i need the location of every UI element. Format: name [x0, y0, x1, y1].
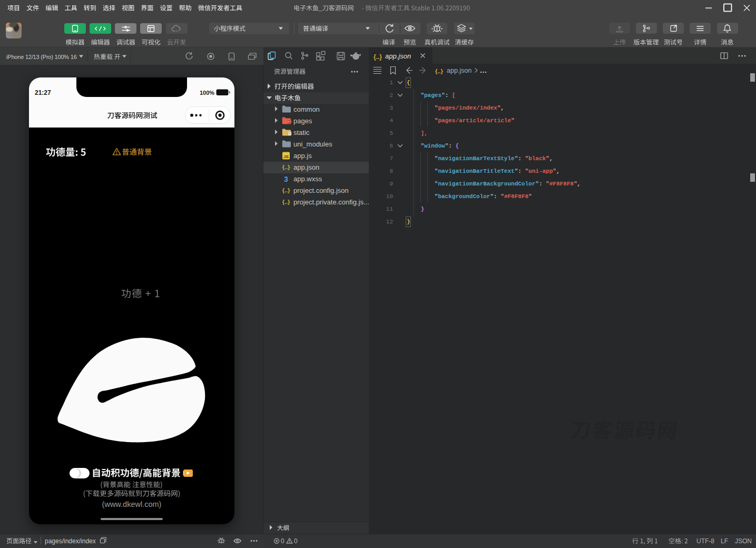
svg-text:{..}: {..} [282, 164, 290, 170]
svg-text:{..}: {..} [282, 187, 290, 193]
svg-text:{..}: {..} [435, 68, 443, 74]
svg-text:{..}: {..} [374, 53, 382, 61]
svg-text:{..}: {..} [282, 199, 290, 205]
svg-text:JS: JS [283, 154, 289, 159]
svg-text:3: 3 [284, 175, 288, 183]
